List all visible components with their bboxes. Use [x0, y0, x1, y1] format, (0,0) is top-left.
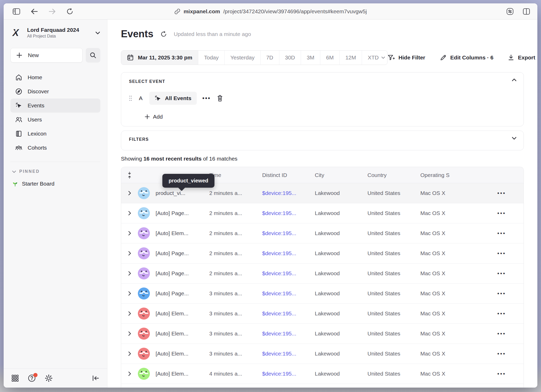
- expand-panel-icon[interactable]: [512, 137, 517, 140]
- row-more-icon[interactable]: •••: [480, 190, 524, 196]
- edit-columns-button[interactable]: Edit Columns · 6: [440, 54, 494, 61]
- distinct-id-link[interactable]: $device:195...: [262, 310, 315, 317]
- search-icon: [90, 52, 96, 59]
- row-more-icon[interactable]: •••: [480, 291, 524, 297]
- expand-row-icon[interactable]: [121, 331, 138, 336]
- trash-icon[interactable]: [217, 95, 223, 102]
- country-cell: United States: [367, 190, 420, 196]
- refresh-icon[interactable]: [160, 31, 167, 38]
- os-cell: Mac OS X: [420, 270, 480, 277]
- date-picker[interactable]: Mar 11, 2025 3:30 pm: [121, 51, 198, 65]
- event-name-cell: [Auto] Page...: [156, 270, 209, 277]
- reload-icon[interactable]: [66, 8, 73, 15]
- split-view-icon[interactable]: [523, 8, 530, 15]
- page-settings-icon[interactable]: [506, 8, 514, 15]
- row-more-icon[interactable]: •••: [480, 371, 524, 377]
- search-button[interactable]: [86, 48, 100, 63]
- column-header-time[interactable]: Time: [209, 172, 262, 178]
- settings-gear-icon[interactable]: [45, 374, 53, 382]
- export-button[interactable]: Export: [508, 54, 535, 61]
- add-event-button[interactable]: Add: [145, 114, 516, 120]
- range-6m[interactable]: 6M: [320, 51, 340, 65]
- time-cell: 2 minutes a...: [209, 270, 262, 277]
- distinct-id-link[interactable]: $device:195...: [262, 330, 315, 337]
- expand-row-icon[interactable]: [121, 291, 138, 296]
- table-row[interactable]: [Auto] Elem... 4 minutes a... $device:19…: [121, 364, 524, 384]
- expand-row-icon[interactable]: [121, 231, 138, 236]
- book-icon: [15, 130, 22, 137]
- distinct-id-link[interactable]: $device:195...: [262, 351, 315, 357]
- table-row[interactable]: [Auto] Elem... 3 minutes a... $device:19…: [121, 324, 524, 344]
- row-more-icon[interactable]: •••: [480, 351, 524, 357]
- range-xtd[interactable]: XTD: [362, 51, 388, 65]
- table-row[interactable]: [Auto] Page... 2 minutes a... $device:19…: [121, 264, 524, 284]
- project-subtitle: All Project Data: [27, 34, 91, 39]
- forward-icon[interactable]: [48, 8, 56, 15]
- row-more-icon[interactable]: •••: [480, 250, 524, 256]
- table-row[interactable]: [Auto] Elem... 4 minutes a... $device:19…: [121, 384, 524, 388]
- sidebar-item-label: Users: [28, 117, 42, 123]
- collapse-sidebar-icon[interactable]: [92, 375, 99, 381]
- sidebar-item-label: Home: [28, 74, 42, 81]
- event-more-icon[interactable]: •••: [202, 95, 211, 102]
- back-icon[interactable]: [31, 8, 38, 15]
- range-12m[interactable]: 12M: [340, 51, 362, 65]
- project-switcher[interactable]: X Lord Farquaad 2024 All Project Data: [11, 27, 100, 39]
- table-row[interactable]: [Auto] Elem... 2 minutes a... $device:19…: [121, 223, 524, 243]
- range-today[interactable]: Today: [198, 51, 225, 65]
- column-header-distinct-id[interactable]: Distinct ID: [262, 172, 315, 178]
- distinct-id-link[interactable]: $device:195...: [262, 190, 315, 196]
- sidebar-item-events[interactable]: Events: [10, 99, 100, 113]
- expand-row-icon[interactable]: [121, 351, 138, 356]
- distinct-id-link[interactable]: $device:195...: [262, 290, 315, 297]
- table-row[interactable]: [Auto] Page... 2 minutes a... $device:19…: [121, 243, 524, 264]
- collapse-panel-icon[interactable]: [512, 78, 517, 82]
- row-more-icon[interactable]: •••: [480, 271, 524, 277]
- city-cell: Lakewood: [315, 351, 367, 357]
- distinct-id-link[interactable]: $device:195...: [262, 230, 315, 236]
- range-30d[interactable]: 30D: [279, 51, 301, 65]
- distinct-id-link[interactable]: $device:195...: [262, 270, 315, 277]
- drag-handle-icon[interactable]: [129, 95, 132, 102]
- distinct-id-link[interactable]: $device:195...: [262, 371, 315, 377]
- expand-row-icon[interactable]: [121, 311, 138, 316]
- column-header-os[interactable]: Operating S: [420, 172, 480, 178]
- sidebar-item-lexicon[interactable]: Lexicon: [10, 127, 100, 141]
- row-more-icon[interactable]: •••: [480, 230, 524, 236]
- country-cell: United States: [367, 371, 420, 377]
- new-button[interactable]: New: [10, 48, 83, 63]
- os-cell: Mac OS X: [420, 210, 480, 216]
- expand-row-icon[interactable]: [121, 211, 138, 216]
- row-more-icon[interactable]: •••: [480, 311, 524, 317]
- sidebar-item-users[interactable]: Users: [10, 113, 100, 127]
- url-bar[interactable]: mixpanel.com/project/3472420/view/397469…: [174, 8, 367, 15]
- pinned-section-toggle[interactable]: PINNED: [12, 169, 100, 174]
- apps-grid-icon[interactable]: [11, 375, 19, 382]
- sidebar-item-cohorts[interactable]: Cohorts: [10, 141, 100, 155]
- table-row[interactable]: [Auto] Page... 2 minutes a... $device:19…: [121, 203, 524, 223]
- distinct-id-link[interactable]: $device:195...: [262, 250, 315, 256]
- sidebar-item-discover[interactable]: Discover: [10, 84, 100, 99]
- row-more-icon[interactable]: •••: [480, 210, 524, 216]
- expand-row-icon[interactable]: [121, 191, 138, 196]
- country-cell: United States: [367, 351, 420, 357]
- sort-rows-icon[interactable]: [121, 172, 138, 179]
- hide-filter-button[interactable]: Hide Filter: [388, 54, 425, 61]
- sidebar-item-home[interactable]: Home: [10, 70, 100, 84]
- sidebar-item-starter-board[interactable]: Starter Board: [12, 181, 100, 187]
- table-row[interactable]: [Auto] Elem... 3 minutes a... $device:19…: [121, 304, 524, 324]
- range-3m[interactable]: 3M: [301, 51, 320, 65]
- expand-row-icon[interactable]: [121, 251, 138, 256]
- expand-row-icon[interactable]: [121, 271, 138, 276]
- table-row[interactable]: [Auto] Elem... 3 minutes a... $device:19…: [121, 344, 524, 364]
- event-selector[interactable]: All Events: [149, 92, 197, 105]
- sidebar-toggle-icon[interactable]: [13, 8, 20, 15]
- column-header-country[interactable]: Country: [367, 172, 420, 178]
- table-row[interactable]: [Auto] Page... 3 minutes a... $device:19…: [121, 284, 524, 304]
- expand-row-icon[interactable]: [121, 371, 138, 376]
- range-yesterday[interactable]: Yesterday: [225, 51, 261, 65]
- range-7d[interactable]: 7D: [261, 51, 279, 65]
- distinct-id-link[interactable]: $device:195...: [262, 210, 315, 216]
- column-header-city[interactable]: City: [315, 172, 367, 178]
- row-more-icon[interactable]: •••: [480, 331, 524, 337]
